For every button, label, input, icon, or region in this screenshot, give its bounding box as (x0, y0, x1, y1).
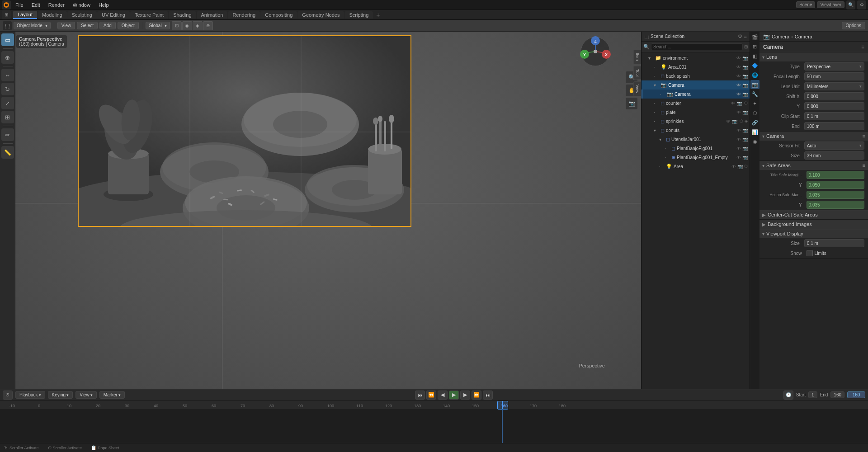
tree-item-camera-parent[interactable]: ▾ 📷 Camera 👁 📷 (642, 80, 750, 89)
step-fwd-btn[interactable]: ▶ (460, 391, 470, 400)
bg-images-header[interactable]: ▶ Background Images (760, 220, 868, 229)
workspace-config[interactable]: ⊞ (2, 10, 11, 19)
lens-type-value[interactable]: Perspective (804, 62, 864, 71)
overlay-icon[interactable]: ◈ (193, 21, 203, 30)
vis-spr[interactable]: 👁 (726, 119, 731, 124)
tree-item-sprinkles[interactable]: · ◻ sprinkles 👁 📷 ⬡ ◈ (642, 117, 750, 126)
action-safe-y[interactable]: 0.035 (807, 201, 864, 209)
clip-start-value[interactable]: 0.1 m (804, 112, 864, 120)
cam-part1[interactable]: Camera (772, 34, 789, 39)
prop-icon-particles[interactable]: ✦ (750, 99, 760, 108)
outliner-filter-btn[interactable]: ⊞ (744, 44, 748, 49)
play-btn[interactable]: ▶ (449, 391, 459, 400)
sensor-fit-value[interactable]: Auto (804, 141, 864, 150)
mode-dropdown[interactable]: Object Mode (14, 22, 51, 29)
snap-icon[interactable]: ⊡ (172, 21, 182, 30)
view-menu[interactable]: View (57, 22, 75, 29)
cursor-tool-btn[interactable]: ⊕ (1, 51, 14, 64)
prop-icon-material[interactable]: ◉ (750, 137, 760, 146)
render-camp[interactable]: 📷 (742, 83, 748, 88)
outliner-search-input[interactable] (651, 43, 743, 50)
tab-texture-paint[interactable]: Texture Paint (130, 11, 168, 19)
center-cut-header[interactable]: ▶ Center-Cut Safe Areas (760, 210, 868, 219)
prop-menu-icon[interactable]: ≡ (861, 44, 864, 50)
title-safe-x[interactable]: 0.100 (807, 171, 864, 179)
scale-tool-btn[interactable]: ⤢ (1, 97, 14, 109)
vis-bs[interactable]: 👁 (736, 74, 741, 79)
tab-uv-editing[interactable]: UV Editing (97, 11, 130, 19)
prop-icon-modifiers[interactable]: 🔧 (750, 89, 760, 99)
transform-space[interactable]: Global (146, 22, 170, 29)
render-area001[interactable]: 📷 (742, 65, 748, 70)
vis-plt[interactable]: 👁 (736, 110, 741, 115)
prop-icon-world[interactable]: 🌐 (750, 71, 760, 80)
tab-scripting[interactable]: Scripting (344, 11, 373, 19)
render-uts[interactable]: 📷 (742, 137, 748, 142)
action-safe-x[interactable]: 0.035 (807, 191, 864, 199)
prop-icon-view-layer[interactable]: ◧ (750, 52, 760, 61)
expand-camp[interactable]: ▾ (654, 83, 659, 88)
status-item-1[interactable]: 🖱 Scroller Activate (4, 445, 39, 450)
engine-icon[interactable]: ⚙ (857, 0, 866, 9)
marker-btn[interactable]: Marker (99, 391, 125, 399)
rotate-tool-btn[interactable]: ↻ (1, 83, 14, 95)
render-env[interactable]: 📷 (742, 56, 748, 61)
safe-areas-header[interactable]: ▾ Safe Areas ≡ (760, 161, 868, 170)
object-menu[interactable]: Object (118, 22, 139, 29)
n-tab-item[interactable]: Item (633, 50, 641, 64)
render-menu[interactable]: Render (45, 1, 68, 9)
tree-item-counter[interactable]: · ◻ counter 👁 📷 ⬡ (642, 99, 750, 108)
select-menu[interactable]: Select (77, 22, 98, 29)
proportional-icon[interactable]: ◉ (182, 21, 192, 30)
prop-icon-data[interactable]: 📊 (750, 127, 760, 137)
prev-keyframe-btn[interactable]: ⏪ (426, 391, 436, 400)
tab-layout[interactable]: Layout (13, 11, 37, 19)
step-back-btn[interactable]: ◀ (438, 391, 448, 400)
prop-icon-physics[interactable]: ⬡ (750, 108, 760, 118)
render-plt[interactable]: 📷 (742, 110, 748, 115)
move-tool-btn[interactable]: ↔ (1, 69, 14, 81)
tab-compositing[interactable]: Compositing (260, 11, 297, 19)
tree-item-area[interactable]: · 💡 Area 👁 📷 ⬡ (642, 162, 750, 171)
tree-item-utensils[interactable]: ▾ ◻ UtensilsJar001 👁 📷 (642, 135, 750, 144)
next-keyframe-btn[interactable]: ⏩ (472, 391, 481, 400)
cam-part2[interactable]: Camera (795, 34, 812, 39)
safe-areas-menu[interactable]: ≡ (863, 163, 865, 168)
add-menu[interactable]: Add (99, 22, 116, 29)
prop-icon-object[interactable]: 📷 (750, 80, 760, 89)
help-menu[interactable]: Help (95, 1, 113, 9)
annotate-tool-btn[interactable]: ✏ (1, 128, 14, 141)
jump-end-btn[interactable]: ⏭ (483, 391, 493, 400)
render-cama[interactable]: 📷 (742, 92, 748, 97)
vis-pl2[interactable]: 👁 (736, 155, 741, 160)
lens-header[interactable]: ▾ Lens (760, 52, 868, 61)
tree-item-plate[interactable]: · ◻ plate 👁 📷 (642, 108, 750, 117)
title-safe-y[interactable]: 0.050 (807, 181, 864, 189)
outliner-filter-icon[interactable]: ⚙ (738, 33, 742, 39)
tree-item-donuts[interactable]: ▾ ◻ donuts 👁 📷 (642, 126, 750, 135)
tab-shading[interactable]: Shading (169, 11, 196, 19)
select-tool-btn[interactable]: ▭ (1, 33, 14, 46)
options-btn[interactable]: Options (842, 22, 865, 29)
render-bs[interactable]: 📷 (742, 74, 748, 79)
transform-tool-btn[interactable]: ⊞ (1, 111, 14, 123)
render-ctr[interactable]: 📷 (736, 101, 742, 106)
tree-item-backsplash[interactable]: · ◻ back splash 👁 📷 (642, 71, 750, 80)
shift-x-value[interactable]: 0.000 (804, 92, 864, 100)
vis-uts[interactable]: 👁 (736, 137, 741, 142)
status-item-2[interactable]: ⊙ Scroller Activate (48, 445, 82, 450)
camera-section-menu[interactable]: ≡ (863, 133, 865, 139)
render-spr[interactable]: 📷 (732, 119, 737, 124)
start-frame[interactable]: 1 (808, 391, 817, 398)
end-frame[interactable]: 160 (830, 391, 844, 398)
file-menu[interactable]: File (12, 1, 27, 9)
vis-camp[interactable]: 👁 (736, 83, 741, 88)
view-tl-btn[interactable]: View (75, 391, 97, 399)
window-menu[interactable]: Window (69, 1, 94, 9)
vis-env[interactable]: 👁 (736, 56, 741, 61)
add-workspace[interactable]: + (373, 10, 382, 19)
viewport-camera-tool[interactable]: 📷 (626, 98, 637, 109)
expand-uts[interactable]: ▾ (659, 137, 665, 142)
gizmo-icon[interactable]: ⊕ (203, 21, 213, 30)
n-tab-tool[interactable]: Tool (633, 66, 641, 80)
